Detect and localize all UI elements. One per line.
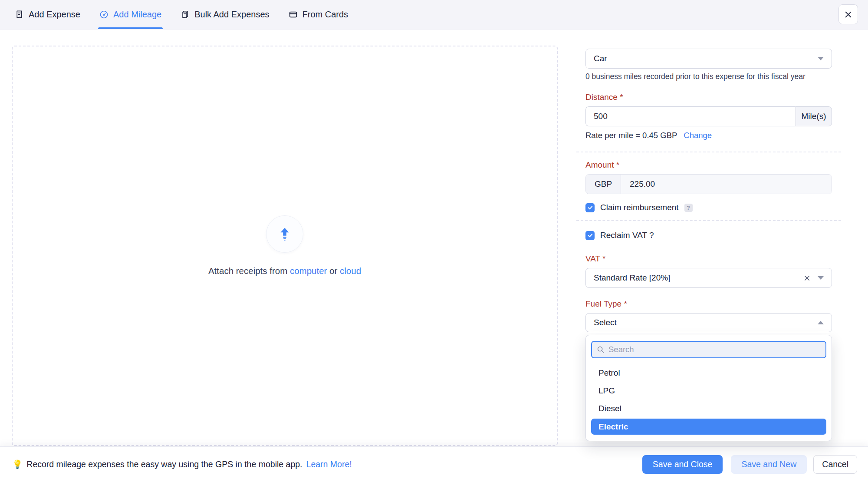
distance-field-group: Mile(s) xyxy=(585,106,832,126)
required-asterisk: * xyxy=(602,254,605,263)
chevron-up-icon xyxy=(818,321,824,324)
reclaim-vat-label: Reclaim VAT ? xyxy=(600,231,654,240)
required-asterisk: * xyxy=(616,160,619,169)
fuel-type-options: Petrol LPG Diesel Electric xyxy=(591,364,826,435)
cancel-button[interactable]: Cancel xyxy=(813,455,857,474)
save-and-close-button[interactable]: Save and Close xyxy=(642,455,723,474)
receipts-copy-icon xyxy=(181,10,190,19)
tab-from-cards[interactable]: From Cards xyxy=(289,0,349,29)
tab-bulk-add-expenses[interactable]: Bulk Add Expenses xyxy=(181,0,269,29)
tab-label: From Cards xyxy=(302,10,349,20)
section-divider xyxy=(576,220,841,221)
reclaim-vat-checkbox[interactable] xyxy=(585,231,595,240)
option-diesel[interactable]: Diesel xyxy=(591,399,826,417)
tab-label: Add Expense xyxy=(29,10,80,20)
upload-arrow-icon xyxy=(277,226,293,242)
mileage-form-panel: Car 0 business miles recorded prior to t… xyxy=(585,49,832,441)
upload-button[interactable] xyxy=(266,215,303,253)
claim-reimbursement-checkbox[interactable] xyxy=(585,203,595,212)
learn-more-link[interactable]: Learn More! xyxy=(306,459,352,469)
required-asterisk: * xyxy=(624,299,627,308)
upload-or-text: or xyxy=(329,266,337,276)
tab-label: Bulk Add Expenses xyxy=(194,10,269,20)
required-asterisk: * xyxy=(620,92,623,102)
close-icon xyxy=(844,10,853,19)
dropdown-search-box xyxy=(591,341,826,358)
currency-prefix: GBP xyxy=(586,175,621,194)
lightbulb-icon: 💡 xyxy=(12,459,23,469)
fuel-type-select-value: Select xyxy=(594,318,617,327)
receipt-icon xyxy=(15,10,24,19)
clear-icon[interactable] xyxy=(803,274,811,282)
gps-tip-text: Record mileage expenses the easy way usi… xyxy=(26,459,302,469)
chevron-down-icon xyxy=(818,276,824,280)
miles-recorded-note: 0 business miles recorded prior to this … xyxy=(585,72,832,81)
tab-add-expense[interactable]: Add Expense xyxy=(15,0,80,29)
fuel-type-dropdown: Petrol LPG Diesel Electric xyxy=(585,335,832,441)
distance-unit-suffix: Mile(s) xyxy=(796,106,832,126)
gps-tip: 💡 Record mileage expenses the easy way u… xyxy=(12,459,352,469)
fuel-type-select[interactable]: Select xyxy=(585,313,832,332)
question-icon[interactable]: ? xyxy=(684,204,693,212)
rate-per-mile-line: Rate per mile = 0.45 GBP Change xyxy=(585,131,832,140)
chevron-down-icon xyxy=(818,57,824,60)
vat-select-value: Standard Rate [20%] xyxy=(594,273,670,283)
amount-field-group: GBP 225.00 xyxy=(585,174,832,194)
vat-select[interactable]: Standard Rate [20%] xyxy=(585,268,832,288)
vat-label: VAT * xyxy=(585,254,832,264)
upload-cloud-link[interactable]: cloud xyxy=(340,266,361,276)
claim-reimbursement-label: Claim reimbursement xyxy=(600,203,679,212)
reclaim-vat-row: Reclaim VAT ? xyxy=(585,231,832,240)
upload-instruction: Attach receipts from computer or cloud xyxy=(208,266,361,276)
option-electric[interactable]: Electric xyxy=(591,419,826,435)
tab-label: Add Mileage xyxy=(113,10,161,20)
modal-footer: 💡 Record mileage expenses the easy way u… xyxy=(0,446,868,482)
upload-text-prefix: Attach receipts from xyxy=(208,266,287,276)
save-and-new-button[interactable]: Save and New xyxy=(731,455,807,474)
section-divider xyxy=(576,152,841,152)
option-lpg[interactable]: LPG xyxy=(591,382,826,399)
rate-per-mile-text: Rate per mile = 0.45 GBP xyxy=(585,131,677,140)
fuel-type-label: Fuel Type * xyxy=(585,299,832,309)
tab-add-mileage[interactable]: Add Mileage xyxy=(99,0,161,29)
amount-label: Amount * xyxy=(585,160,832,170)
change-rate-link[interactable]: Change xyxy=(684,131,712,140)
vehicle-select[interactable]: Car xyxy=(585,49,832,69)
option-petrol[interactable]: Petrol xyxy=(591,364,826,382)
close-modal-button[interactable] xyxy=(838,4,858,24)
modal-tab-bar: Add Expense Add Mileage Bulk Add Expense… xyxy=(0,0,868,30)
claim-reimbursement-row: Claim reimbursement ? xyxy=(585,203,832,212)
receipt-dropzone[interactable]: Attach receipts from computer or cloud xyxy=(12,46,558,446)
upload-computer-link[interactable]: computer xyxy=(290,266,327,276)
amount-value: 225.00 xyxy=(621,175,832,194)
search-icon xyxy=(597,346,605,353)
credit-card-icon xyxy=(289,10,298,19)
distance-input[interactable] xyxy=(585,106,796,126)
gauge-icon xyxy=(99,10,108,19)
dropdown-search-input[interactable] xyxy=(608,345,821,354)
distance-label: Distance * xyxy=(585,92,832,102)
vehicle-select-value: Car xyxy=(594,54,607,63)
